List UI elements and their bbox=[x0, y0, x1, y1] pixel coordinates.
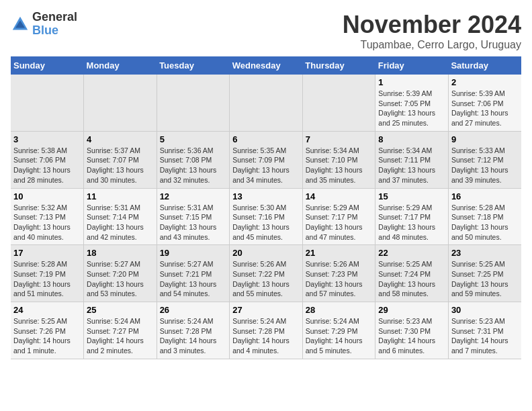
day-info: Sunrise: 5:36 AM Sunset: 7:08 PM Dayligh… bbox=[160, 146, 227, 185]
header-sunday: Sunday bbox=[11, 56, 84, 75]
table-cell: 24Sunrise: 5:25 AM Sunset: 7:26 PM Dayli… bbox=[11, 302, 84, 359]
day-number: 10 bbox=[13, 191, 81, 201]
day-info: Sunrise: 5:28 AM Sunset: 7:18 PM Dayligh… bbox=[451, 203, 519, 242]
table-cell: 17Sunrise: 5:28 AM Sunset: 7:19 PM Dayli… bbox=[11, 245, 84, 302]
day-info: Sunrise: 5:26 AM Sunset: 7:23 PM Dayligh… bbox=[306, 259, 373, 299]
table-cell bbox=[302, 75, 375, 131]
table-cell: 28Sunrise: 5:24 AM Sunset: 7:29 PM Dayli… bbox=[302, 302, 375, 359]
day-number: 1 bbox=[378, 77, 445, 87]
day-info: Sunrise: 5:25 AM Sunset: 7:24 PM Dayligh… bbox=[378, 259, 445, 299]
table-cell: 1Sunrise: 5:39 AM Sunset: 7:05 PM Daylig… bbox=[375, 75, 449, 131]
day-info: Sunrise: 5:29 AM Sunset: 7:17 PM Dayligh… bbox=[378, 203, 445, 242]
calendar-week-3: 10Sunrise: 5:32 AM Sunset: 7:13 PM Dayli… bbox=[11, 188, 521, 245]
table-cell: 13Sunrise: 5:30 AM Sunset: 7:16 PM Dayli… bbox=[230, 188, 303, 245]
header-saturday: Saturday bbox=[448, 56, 521, 75]
day-info: Sunrise: 5:24 AM Sunset: 7:29 PM Dayligh… bbox=[306, 316, 373, 356]
table-cell: 5Sunrise: 5:36 AM Sunset: 7:08 PM Daylig… bbox=[157, 131, 230, 188]
header-wednesday: Wednesday bbox=[230, 56, 303, 75]
day-number: 2 bbox=[451, 77, 519, 87]
table-cell bbox=[230, 75, 303, 131]
table-cell: 7Sunrise: 5:34 AM Sunset: 7:10 PM Daylig… bbox=[302, 131, 375, 188]
header-tuesday: Tuesday bbox=[157, 56, 230, 75]
calendar-week-2: 3Sunrise: 5:38 AM Sunset: 7:06 PM Daylig… bbox=[11, 131, 521, 188]
day-info: Sunrise: 5:24 AM Sunset: 7:27 PM Dayligh… bbox=[87, 316, 154, 356]
calendar-header-row: SundayMondayTuesdayWednesdayThursdayFrid… bbox=[11, 56, 521, 75]
table-cell: 12Sunrise: 5:31 AM Sunset: 7:15 PM Dayli… bbox=[157, 188, 230, 245]
calendar-table: SundayMondayTuesdayWednesdayThursdayFrid… bbox=[11, 56, 521, 359]
day-number: 9 bbox=[451, 134, 519, 144]
day-info: Sunrise: 5:24 AM Sunset: 7:28 PM Dayligh… bbox=[232, 316, 300, 356]
table-cell: 9Sunrise: 5:33 AM Sunset: 7:12 PM Daylig… bbox=[448, 131, 521, 188]
day-info: Sunrise: 5:34 AM Sunset: 7:10 PM Dayligh… bbox=[306, 146, 373, 185]
day-info: Sunrise: 5:39 AM Sunset: 7:05 PM Dayligh… bbox=[378, 89, 445, 128]
day-number: 4 bbox=[87, 134, 154, 144]
table-cell: 26Sunrise: 5:24 AM Sunset: 7:28 PM Dayli… bbox=[157, 302, 230, 359]
day-info: Sunrise: 5:39 AM Sunset: 7:06 PM Dayligh… bbox=[451, 89, 519, 128]
day-number: 5 bbox=[160, 134, 227, 144]
table-cell: 2Sunrise: 5:39 AM Sunset: 7:06 PM Daylig… bbox=[448, 75, 521, 131]
day-number: 7 bbox=[306, 134, 373, 144]
day-number: 27 bbox=[232, 305, 300, 315]
day-number: 18 bbox=[87, 248, 154, 258]
day-info: Sunrise: 5:31 AM Sunset: 7:15 PM Dayligh… bbox=[160, 203, 227, 242]
day-info: Sunrise: 5:23 AM Sunset: 7:30 PM Dayligh… bbox=[378, 316, 445, 356]
logo-text: General Blue bbox=[32, 11, 77, 38]
logo-icon bbox=[11, 15, 30, 34]
day-number: 12 bbox=[160, 191, 227, 201]
table-cell: 19Sunrise: 5:27 AM Sunset: 7:21 PM Dayli… bbox=[157, 245, 230, 302]
day-number: 20 bbox=[232, 248, 300, 258]
day-number: 16 bbox=[451, 191, 519, 201]
table-cell: 29Sunrise: 5:23 AM Sunset: 7:30 PM Dayli… bbox=[375, 302, 449, 359]
day-info: Sunrise: 5:28 AM Sunset: 7:19 PM Dayligh… bbox=[13, 259, 81, 299]
day-number: 13 bbox=[232, 191, 300, 201]
header-thursday: Thursday bbox=[302, 56, 375, 75]
day-number: 6 bbox=[232, 134, 300, 144]
day-number: 25 bbox=[87, 305, 154, 315]
logo-general: General bbox=[32, 11, 77, 24]
page-subtitle: Tupambae, Cerro Largo, Uruguay bbox=[343, 39, 521, 51]
page-title: November 2024 bbox=[343, 11, 521, 39]
table-cell bbox=[157, 75, 230, 131]
day-number: 11 bbox=[87, 191, 154, 201]
day-info: Sunrise: 5:27 AM Sunset: 7:21 PM Dayligh… bbox=[160, 259, 227, 299]
table-cell: 4Sunrise: 5:37 AM Sunset: 7:07 PM Daylig… bbox=[84, 131, 157, 188]
calendar-week-5: 24Sunrise: 5:25 AM Sunset: 7:26 PM Dayli… bbox=[11, 302, 521, 359]
day-info: Sunrise: 5:23 AM Sunset: 7:31 PM Dayligh… bbox=[451, 316, 519, 356]
day-info: Sunrise: 5:34 AM Sunset: 7:11 PM Dayligh… bbox=[378, 146, 445, 185]
page-header: General Blue November 2024 Tupambae, Cer… bbox=[11, 11, 521, 51]
day-number: 23 bbox=[451, 248, 519, 258]
day-number: 15 bbox=[378, 191, 445, 201]
day-info: Sunrise: 5:25 AM Sunset: 7:25 PM Dayligh… bbox=[451, 259, 519, 299]
table-cell: 25Sunrise: 5:24 AM Sunset: 7:27 PM Dayli… bbox=[84, 302, 157, 359]
day-number: 19 bbox=[160, 248, 227, 258]
day-number: 21 bbox=[306, 248, 373, 258]
day-number: 29 bbox=[378, 305, 445, 315]
table-cell: 20Sunrise: 5:26 AM Sunset: 7:22 PM Dayli… bbox=[230, 245, 303, 302]
day-number: 24 bbox=[13, 305, 81, 315]
table-cell: 11Sunrise: 5:31 AM Sunset: 7:14 PM Dayli… bbox=[84, 188, 157, 245]
day-number: 17 bbox=[13, 248, 81, 258]
day-number: 14 bbox=[306, 191, 373, 201]
table-cell: 6Sunrise: 5:35 AM Sunset: 7:09 PM Daylig… bbox=[230, 131, 303, 188]
day-info: Sunrise: 5:24 AM Sunset: 7:28 PM Dayligh… bbox=[160, 316, 227, 356]
day-number: 22 bbox=[378, 248, 445, 258]
calendar-week-1: 1Sunrise: 5:39 AM Sunset: 7:05 PM Daylig… bbox=[11, 75, 521, 131]
day-info: Sunrise: 5:27 AM Sunset: 7:20 PM Dayligh… bbox=[87, 259, 154, 299]
day-number: 30 bbox=[451, 305, 519, 315]
table-cell bbox=[11, 75, 84, 131]
table-cell: 8Sunrise: 5:34 AM Sunset: 7:11 PM Daylig… bbox=[375, 131, 449, 188]
day-number: 28 bbox=[306, 305, 373, 315]
table-cell: 22Sunrise: 5:25 AM Sunset: 7:24 PM Dayli… bbox=[375, 245, 449, 302]
logo-blue: Blue bbox=[32, 24, 77, 38]
day-info: Sunrise: 5:29 AM Sunset: 7:17 PM Dayligh… bbox=[306, 203, 373, 242]
day-info: Sunrise: 5:26 AM Sunset: 7:22 PM Dayligh… bbox=[232, 259, 300, 299]
calendar-week-4: 17Sunrise: 5:28 AM Sunset: 7:19 PM Dayli… bbox=[11, 245, 521, 302]
table-cell: 30Sunrise: 5:23 AM Sunset: 7:31 PM Dayli… bbox=[448, 302, 521, 359]
header-monday: Monday bbox=[84, 56, 157, 75]
table-cell bbox=[84, 75, 157, 131]
day-info: Sunrise: 5:33 AM Sunset: 7:12 PM Dayligh… bbox=[451, 146, 519, 185]
table-cell: 16Sunrise: 5:28 AM Sunset: 7:18 PM Dayli… bbox=[448, 188, 521, 245]
day-info: Sunrise: 5:37 AM Sunset: 7:07 PM Dayligh… bbox=[87, 146, 154, 185]
title-block: November 2024 Tupambae, Cerro Largo, Uru… bbox=[343, 11, 521, 51]
day-info: Sunrise: 5:38 AM Sunset: 7:06 PM Dayligh… bbox=[13, 146, 81, 185]
